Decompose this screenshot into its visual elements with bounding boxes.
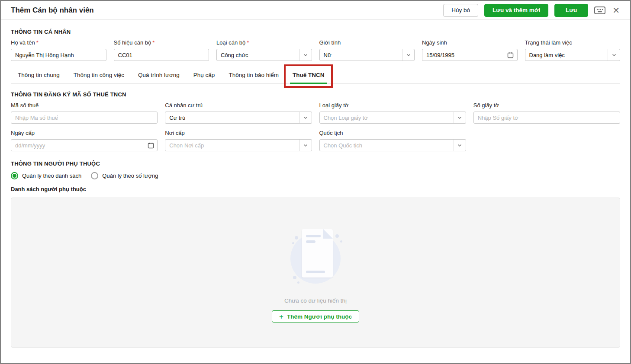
active-tab-underline bbox=[290, 83, 327, 84]
radio-unselected-icon bbox=[91, 172, 98, 179]
close-icon[interactable]: ✕ bbox=[612, 5, 621, 16]
required-asterisk: * bbox=[152, 39, 155, 46]
field-nationality: Quốc tịch Chọn Quốc tịch bbox=[319, 130, 466, 151]
field-employee-type: Loại cán bộ* Công chức bbox=[216, 39, 312, 61]
empty-grid-cell bbox=[473, 130, 620, 151]
field-label: Ngày cấp bbox=[11, 130, 35, 136]
field-gender: Giới tính Nữ bbox=[319, 39, 415, 61]
field-label: Cá nhân cư trú bbox=[165, 102, 203, 109]
employee-code-input[interactable] bbox=[114, 49, 209, 61]
save-and-new-button[interactable]: Lưu và thêm mới bbox=[484, 4, 548, 17]
field-label: Quốc tịch bbox=[319, 130, 343, 136]
dependents-empty-panel: Chưa có dữ liệu hiển thị + Thêm Người ph… bbox=[11, 198, 620, 348]
empty-state-text: Chưa có dữ liệu hiển thị bbox=[284, 297, 347, 304]
field-label: Nơi cấp bbox=[165, 130, 184, 136]
chevron-down-icon bbox=[300, 115, 312, 120]
add-dependent-button[interactable]: + Thêm Người phụ thuộc bbox=[272, 310, 359, 322]
issue-date-picker[interactable]: dd/mm/yyyy bbox=[11, 139, 158, 151]
required-asterisk: * bbox=[36, 39, 39, 46]
nationality-select[interactable]: Chọn Quốc tịch bbox=[319, 139, 466, 151]
work-status-select[interactable]: Đang làm việc bbox=[525, 49, 621, 61]
residency-select[interactable]: Cư trú bbox=[165, 112, 312, 124]
radio-manage-by-count[interactable]: Quản lý theo số lượng bbox=[91, 172, 158, 179]
tab-phu-cap[interactable]: Phụ cấp bbox=[187, 67, 222, 83]
field-label: Trạng thái làm việc bbox=[525, 39, 572, 46]
chevron-down-icon bbox=[454, 115, 466, 120]
field-issue-place: Nơi cấp Chọn Nơi cấp bbox=[165, 130, 312, 151]
field-label: Mã số thuế bbox=[11, 102, 39, 109]
field-label: Số giấy tờ bbox=[473, 102, 499, 109]
tax-code-input[interactable] bbox=[11, 112, 158, 124]
chevron-down-icon bbox=[402, 52, 414, 57]
field-label: Loại cán bộ bbox=[216, 39, 245, 46]
gender-select[interactable]: Nữ bbox=[319, 49, 415, 61]
tab-thong-tin-bao-hiem[interactable]: Thông tin bảo hiểm bbox=[222, 67, 286, 83]
cancel-button[interactable]: Hủy bỏ bbox=[443, 4, 478, 17]
field-document-number: Số giấy tờ bbox=[473, 102, 620, 124]
radio-manage-by-list[interactable]: Quản lý theo danh sách bbox=[11, 172, 81, 179]
header-actions: Hủy bỏ Lưu và thêm mới Lưu ✕ bbox=[443, 4, 621, 17]
dependents-list-label: Danh sách người phụ thuộc bbox=[11, 186, 620, 192]
add-employee-modal: Thêm Cán bộ nhân viên Hủy bỏ Lưu và thêm… bbox=[0, 0, 631, 364]
dependents-mode-radio-group: Quản lý theo danh sách Quản lý theo số l… bbox=[11, 172, 620, 179]
save-button[interactable]: Lưu bbox=[554, 4, 588, 17]
page-title: Thêm Cán bộ nhân viên bbox=[11, 6, 94, 15]
tab-thong-tin-cong-viec[interactable]: Thông tin công việc bbox=[67, 67, 131, 83]
calendar-icon bbox=[144, 142, 157, 149]
field-birth-date: Ngày sinh 15/09/1995 bbox=[422, 39, 518, 61]
document-number-input[interactable] bbox=[473, 112, 620, 124]
field-label: Loại giấy tờ bbox=[319, 102, 349, 109]
empty-state-illustration bbox=[281, 229, 350, 285]
field-employee-code: Số hiệu cán bộ* bbox=[114, 39, 209, 61]
chevron-down-icon bbox=[454, 143, 466, 148]
field-work-status: Trạng thái làm việc Đang làm việc bbox=[525, 39, 621, 61]
field-label: Họ và tên bbox=[11, 39, 35, 46]
field-label: Giới tính bbox=[319, 39, 341, 46]
birth-date-picker[interactable]: 15/09/1995 bbox=[422, 49, 518, 61]
calendar-icon bbox=[504, 52, 517, 58]
modal-body: THÔNG TIN CÁ NHÂN Họ và tên* Số hiệu cán… bbox=[1, 29, 630, 348]
field-label: Số hiệu cán bộ bbox=[114, 39, 151, 46]
personal-section-heading: THÔNG TIN CÁ NHÂN bbox=[11, 29, 620, 35]
chevron-down-icon bbox=[300, 52, 312, 57]
issue-place-select[interactable]: Chọn Nơi cấp bbox=[165, 139, 312, 151]
field-residency: Cá nhân cư trú Cư trú bbox=[165, 102, 312, 124]
personal-fields-row: Họ và tên* Số hiệu cán bộ* Loại cán bộ* … bbox=[11, 39, 620, 61]
modal-header: Thêm Cán bộ nhân viên Hủy bỏ Lưu và thêm… bbox=[1, 1, 630, 20]
tax-section-heading: THÔNG TIN ĐĂNG KÝ MÃ SỐ THUẾ TNCN bbox=[11, 91, 620, 98]
chevron-down-icon bbox=[608, 52, 620, 57]
required-asterisk: * bbox=[247, 39, 249, 46]
field-tax-code: Mã số thuế bbox=[11, 102, 158, 124]
full-name-input[interactable] bbox=[11, 49, 106, 61]
plus-icon: + bbox=[279, 313, 283, 320]
keyboard-shortcut-icon[interactable] bbox=[594, 6, 605, 14]
document-icon bbox=[302, 229, 333, 278]
tab-qua-trinh-luong[interactable]: Quá trình lương bbox=[131, 67, 187, 83]
tab-thong-tin-chung[interactable]: Thông tin chung bbox=[11, 67, 67, 83]
field-issue-date: Ngày cấp dd/mm/yyyy bbox=[11, 130, 158, 151]
field-full-name: Họ và tên* bbox=[11, 39, 106, 61]
radio-selected-icon bbox=[11, 172, 18, 179]
field-document-type: Loại giấy tờ Chọn Loại giấy tờ bbox=[319, 102, 466, 124]
document-type-select[interactable]: Chọn Loại giấy tờ bbox=[319, 112, 466, 124]
employee-type-select[interactable]: Công chức bbox=[216, 49, 312, 61]
tax-fields-grid: Mã số thuế Cá nhân cư trú Cư trú Loại gi… bbox=[11, 102, 620, 151]
chevron-down-icon bbox=[300, 143, 312, 148]
tab-thue-tncn[interactable]: Thuế TNCN bbox=[286, 67, 332, 83]
field-label: Ngày sinh bbox=[422, 39, 447, 46]
detail-tabs: Thông tin chung Thông tin công việc Quá … bbox=[11, 67, 620, 84]
dependents-section-heading: THÔNG TIN NGƯỜI PHỤ THUỘC bbox=[11, 160, 620, 167]
